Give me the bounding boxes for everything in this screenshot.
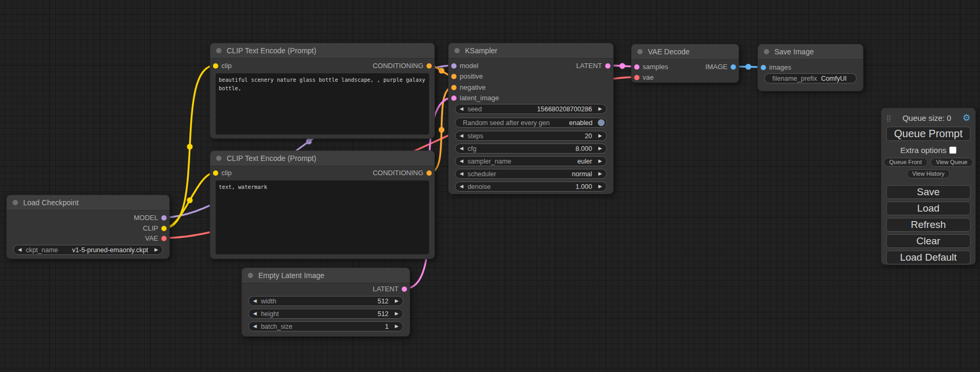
- decrement-arrow-icon[interactable]: ◀: [455, 131, 468, 140]
- link-midpoint-dot: [187, 144, 193, 150]
- node-clip-text-encode-negative[interactable]: CLIP Text Encode (Prompt)clipCONDITIONIN…: [210, 150, 435, 259]
- increment-arrow-icon[interactable]: ▶: [150, 245, 162, 254]
- collapse-dot-icon[interactable]: [216, 156, 221, 161]
- cfg-widget[interactable]: ◀cfg8.000▶: [455, 144, 607, 154]
- decrement-arrow-icon[interactable]: ◀: [249, 322, 261, 331]
- node-title-text: CLIP Text Encode (Prompt): [227, 154, 316, 163]
- LATENT-output-port[interactable]: [402, 287, 407, 292]
- widget-label: sampler_name: [468, 158, 511, 165]
- latent_image-input-port[interactable]: [451, 96, 457, 101]
- decrement-arrow-icon[interactable]: ◀: [455, 169, 468, 178]
- node-title-text: VAE Decode: [648, 47, 690, 56]
- decrement-arrow-icon[interactable]: ◀: [455, 144, 468, 153]
- negative-input-port[interactable]: [451, 85, 457, 90]
- batch_size-widget[interactable]: ◀batch_size1▶: [248, 321, 403, 331]
- images-input-port[interactable]: [761, 65, 766, 70]
- refresh-button[interactable]: Refresh: [886, 218, 971, 232]
- node-load-checkpoint[interactable]: Load CheckpointMODELCLIPVAE◀ckpt_namev1-…: [6, 195, 170, 259]
- node-title-bar[interactable]: Load Checkpoint: [7, 195, 169, 211]
- output-slot-label: CONDITIONING: [373, 62, 423, 70]
- clear-button[interactable]: Clear: [886, 234, 971, 248]
- node-title-bar[interactable]: VAE Decode: [632, 44, 739, 60]
- extra-options-checkbox[interactable]: [949, 147, 956, 154]
- CONDITIONING-output-port[interactable]: [426, 63, 432, 69]
- sampler_name-widget[interactable]: ◀sampler_nameeuler▶: [455, 156, 607, 166]
- node-clip-text-encode-positive[interactable]: CLIP Text Encode (Prompt)clipCONDITIONIN…: [210, 43, 435, 139]
- clip-input-port[interactable]: [213, 63, 218, 69]
- node-ksampler[interactable]: KSamplermodelpositivenegativelatent_imag…: [448, 43, 614, 194]
- view-queue-button[interactable]: View Queue: [930, 158, 974, 167]
- node-vae-decode[interactable]: VAE DecodesamplesvaeIMAGE: [631, 44, 739, 83]
- LATENT-output-port[interactable]: [605, 63, 610, 69]
- increment-arrow-icon[interactable]: ▶: [594, 131, 606, 140]
- node-title-bar[interactable]: Save Image: [758, 44, 863, 60]
- scheduler-widget[interactable]: ◀schedulernormal▶: [455, 169, 607, 179]
- save-button[interactable]: Save: [886, 185, 971, 199]
- widget-value: 1.000: [576, 183, 592, 190]
- collapse-dot-icon[interactable]: [764, 49, 769, 54]
- IMAGE-output-port[interactable]: [731, 64, 736, 70]
- settings-gear-icon[interactable]: ⚙: [963, 113, 971, 122]
- node-title-bar[interactable]: CLIP Text Encode (Prompt): [210, 43, 434, 59]
- queue-front-button[interactable]: Queue Front: [884, 158, 928, 167]
- clip-input-port[interactable]: [213, 170, 218, 176]
- widget-label: cfg: [468, 145, 477, 152]
- widget-value: 1: [385, 323, 389, 330]
- model-input-port[interactable]: [451, 63, 457, 69]
- decrement-arrow-icon[interactable]: ◀: [14, 245, 26, 254]
- load-button[interactable]: Load: [886, 202, 971, 215]
- width-widget[interactable]: ◀width512▶: [248, 296, 403, 306]
- increment-arrow-icon[interactable]: ▶: [391, 322, 403, 331]
- vae-input-port[interactable]: [634, 75, 639, 80]
- view-history-button[interactable]: View History: [907, 169, 950, 178]
- decrement-arrow-icon[interactable]: ◀: [249, 309, 261, 318]
- increment-arrow-icon[interactable]: ▶: [391, 309, 403, 318]
- height-widget[interactable]: ◀height512▶: [248, 309, 403, 319]
- increment-arrow-icon[interactable]: ▶: [391, 297, 403, 306]
- positive-input-port[interactable]: [451, 74, 457, 79]
- collapse-dot-icon[interactable]: [637, 49, 643, 54]
- increment-arrow-icon[interactable]: ▶: [594, 157, 606, 166]
- filename_prefix-widget[interactable]: filename_prefixComfyUI: [764, 73, 857, 83]
- collapse-dot-icon[interactable]: [216, 48, 221, 53]
- decrement-arrow-icon[interactable]: ◀: [249, 297, 261, 306]
- MODEL-output-port[interactable]: [161, 215, 167, 221]
- node-title-bar[interactable]: CLIP Text Encode (Prompt): [210, 151, 434, 166]
- node-title-bar[interactable]: Empty Latent Image: [242, 268, 410, 283]
- prompt-textarea[interactable]: text, watermark: [216, 180, 429, 254]
- ckpt_name-widget[interactable]: ◀ckpt_namev1-5-pruned-emaonly.ckpt▶: [13, 245, 163, 255]
- node-empty-latent-image[interactable]: Empty Latent ImageLATENT◀width512▶◀heigh…: [241, 268, 410, 337]
- decrement-arrow-icon[interactable]: ◀: [455, 182, 468, 191]
- toggle-knob-icon[interactable]: [598, 119, 605, 126]
- output-slot-label: LATENT: [373, 285, 399, 293]
- CONDITIONING-output-port[interactable]: [426, 170, 432, 176]
- link-midpoint-dot: [187, 197, 193, 203]
- widget-value: 20: [585, 132, 592, 140]
- node-title-text: CLIP Text Encode (Prompt): [227, 46, 316, 55]
- denoise-widget[interactable]: ◀denoise1.000▶: [455, 182, 607, 192]
- widget-value: ComfyUI: [821, 75, 847, 82]
- node-title-bar[interactable]: KSampler: [449, 43, 613, 59]
- prompt-textarea[interactable]: beautiful scenery nature glass bottle la…: [216, 73, 429, 135]
- input-slot-label: model: [460, 62, 478, 70]
- increment-arrow-icon[interactable]: ▶: [594, 182, 606, 191]
- queue-prompt-button[interactable]: Queue Prompt: [886, 127, 971, 141]
- steps-widget[interactable]: ◀steps20▶: [455, 131, 607, 141]
- decrement-arrow-icon[interactable]: ◀: [455, 157, 468, 166]
- increment-arrow-icon[interactable]: ▶: [594, 144, 606, 153]
- increment-arrow-icon[interactable]: ▶: [594, 104, 606, 113]
- decrement-arrow-icon[interactable]: ◀: [455, 104, 468, 113]
- Random seed after every gen-widget[interactable]: Random seed after every genenabled: [455, 118, 607, 128]
- panel-drag-handle-icon[interactable]: ⣿: [886, 115, 891, 121]
- samples-input-port[interactable]: [634, 64, 639, 70]
- load-default-button[interactable]: Load Default: [886, 251, 971, 264]
- collapse-dot-icon[interactable]: [13, 200, 18, 205]
- CLIP-output-port[interactable]: [161, 226, 167, 231]
- node-save-image[interactable]: Save Imageimagesfilename_prefixComfyUI: [758, 44, 863, 91]
- collapse-dot-icon[interactable]: [454, 48, 460, 53]
- collapse-dot-icon[interactable]: [248, 273, 253, 278]
- VAE-output-port[interactable]: [161, 236, 167, 241]
- link-midpoint-dot: [745, 64, 751, 70]
- seed-widget[interactable]: ◀seed156680208700286▶: [455, 104, 607, 114]
- increment-arrow-icon[interactable]: ▶: [594, 169, 606, 178]
